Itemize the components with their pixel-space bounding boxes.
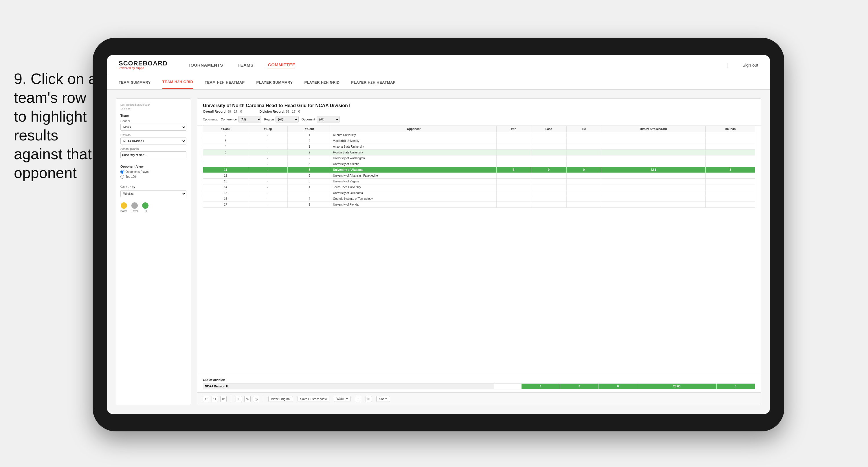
out-of-division: Out of division NCAA Division II 1 0	[197, 375, 761, 392]
instruction-text: 9. Click on a team's row to highlight re…	[14, 69, 98, 182]
legend-level: Level	[131, 202, 138, 212]
table-header-row: # Rank # Reg # Conf Opponent	[203, 126, 755, 132]
table-row[interactable]: 12-6University of Arkansas, Fayetteville	[203, 173, 755, 179]
gender-label: Gender	[120, 120, 186, 123]
nav-tournaments[interactable]: TOURNAMENTS	[188, 61, 223, 69]
table-row[interactable]: 14-1Texas Tech University	[203, 184, 755, 190]
toolbar-icon-3[interactable]: ◷	[253, 396, 259, 402]
division-select[interactable]: NCAA Division I	[120, 138, 186, 144]
gender-select[interactable]: Men's	[120, 124, 186, 130]
table-row[interactable]: 6-2Florida State University	[203, 150, 755, 155]
filter-row: Opponents: Conference (All) Region (All)	[203, 116, 755, 122]
col-tie: Tie	[567, 126, 601, 132]
opponents-filter-label: Opponents:	[203, 118, 218, 121]
sub-nav-player-h2h-grid[interactable]: PLAYER H2H GRID	[304, 75, 340, 89]
conference-filter: Conference (All)	[221, 116, 261, 122]
region-select[interactable]: (All)	[276, 116, 299, 122]
out-empty-1	[494, 384, 521, 389]
sign-out-button[interactable]: Sign out	[742, 62, 758, 67]
grid-table-container[interactable]: # Rank # Reg # Conf Opponent	[197, 126, 761, 375]
col-diff: Diff Av Strokes/Rnd	[601, 126, 706, 132]
table-row[interactable]: 16-4Georgia Institute of Technology	[203, 196, 755, 202]
col-rounds: Rounds	[706, 126, 755, 132]
region-filter: Region (All)	[264, 116, 299, 122]
redo-button[interactable]: ↪	[212, 396, 218, 402]
colour-by-title: Colour by	[120, 185, 186, 188]
opponent-select[interactable]: (All)	[317, 116, 340, 122]
toolbar-icon-4[interactable]: ⊡	[355, 396, 361, 402]
legend-level-circle	[131, 202, 138, 209]
sub-nav-player-h2h-heatmap[interactable]: PLAYER H2H HEATMAP	[351, 75, 395, 89]
opponent-filter: Opponent (All)	[302, 116, 340, 122]
col-loss: Loss	[531, 126, 567, 132]
refresh-button[interactable]: ⟳	[220, 396, 227, 402]
last-updated: Last Updated: 27/03/2024 16:55:38	[120, 103, 186, 110]
radio-opponents-played[interactable]: Opponents Played	[120, 170, 186, 174]
legend-down: Down	[120, 202, 127, 212]
left-panel: Last Updated: 27/03/2024 16:55:38 Team G…	[116, 98, 191, 405]
save-custom-button[interactable]: Save Custom View	[298, 396, 330, 402]
division-record: Division Record: 88 - 17 - 0	[259, 110, 300, 113]
out-division-label: NCAA Division II	[203, 384, 494, 389]
toolbar-divider-1	[231, 396, 231, 403]
right-panel: University of North Carolina Head-to-Hea…	[197, 98, 761, 405]
school-input[interactable]	[120, 151, 186, 158]
logo-text: SCOREBOARD	[119, 60, 167, 66]
table-row[interactable]: 4-1Arizona State University	[203, 144, 755, 150]
grid-table: # Rank # Reg # Conf Opponent	[203, 126, 755, 208]
bottom-toolbar: ↩ ↪ ⟳ ⊞ ✎ ◷ View: Original S	[197, 392, 761, 405]
conference-select[interactable]: (All)	[238, 116, 261, 122]
out-rounds: 3	[716, 384, 755, 389]
sub-nav-player-summary[interactable]: PLAYER SUMMARY	[256, 75, 292, 89]
out-win: 1	[521, 384, 560, 389]
tablet-frame: SCOREBOARD Powered by clippd TOURNAMENTS…	[93, 38, 784, 431]
radio-top-100[interactable]: Top 100	[120, 175, 186, 179]
division-label: Division	[120, 134, 186, 137]
out-diff: 26.00	[637, 384, 716, 389]
school-label: School (Rank)	[120, 147, 186, 150]
history-controls: ↩ ↪ ⟳	[203, 396, 227, 402]
col-opponent: Opponent	[331, 126, 496, 132]
opponent-view-options: Opponents Played Top 100	[120, 170, 186, 179]
table-row[interactable]: 9-3University of Arizona	[203, 161, 755, 167]
top-nav: SCOREBOARD Powered by clippd TOURNAMENTS…	[107, 55, 770, 75]
view-original-button[interactable]: View: Original	[268, 396, 293, 402]
grid-tbody: 2-1Auburn University3-2Vanderbilt Univer…	[203, 132, 755, 208]
watch-button[interactable]: Watch ▾	[334, 396, 350, 402]
table-row[interactable]: 2-1Auburn University	[203, 132, 755, 138]
tablet-screen: SCOREBOARD Powered by clippd TOURNAMENTS…	[107, 55, 770, 414]
table-row[interactable]: 3-2Vanderbilt University	[203, 138, 755, 144]
out-of-division-title: Out of division	[203, 378, 755, 382]
toolbar-icon-1[interactable]: ⊞	[236, 396, 242, 402]
table-row[interactable]: 8-2University of Washington	[203, 155, 755, 161]
logo-sub: Powered by clippd	[119, 66, 167, 70]
toolbar-icon-5[interactable]: ⊞	[366, 396, 372, 402]
nav-teams[interactable]: TEAMS	[238, 61, 253, 69]
sub-nav-team-summary[interactable]: TEAM SUMMARY	[119, 75, 151, 89]
table-row[interactable]: 15-2University of Oklahoma	[203, 190, 755, 196]
nav-committee[interactable]: COMMITTEE	[268, 61, 296, 69]
grid-records: Overall Record: 89 - 17 - 0 Division Rec…	[203, 110, 755, 113]
legend-down-circle	[121, 202, 127, 209]
nav-divider: |	[726, 62, 728, 68]
table-row[interactable]: 13-3University of Virginia	[203, 179, 755, 184]
undo-button[interactable]: ↩	[203, 396, 209, 402]
table-row[interactable]: 17-1University of Florida	[203, 202, 755, 208]
table-row[interactable]: 11-5University of Alabama3002.618	[203, 167, 755, 173]
share-button[interactable]: Share	[376, 396, 390, 402]
out-tie: 0	[598, 384, 637, 389]
legend-up: Up	[142, 202, 149, 212]
sub-nav-team-h2h-grid[interactable]: TEAM H2H GRID	[162, 75, 193, 89]
main-content: Last Updated: 27/03/2024 16:55:38 Team G…	[107, 90, 770, 414]
colour-by-select[interactable]: Win/loss	[120, 190, 186, 197]
legend-up-circle	[142, 202, 149, 209]
col-reg: # Reg	[248, 126, 288, 132]
sub-nav: TEAM SUMMARY TEAM H2H GRID TEAM H2H HEAT…	[107, 75, 770, 90]
sub-nav-team-h2h-heatmap[interactable]: TEAM H2H HEATMAP	[205, 75, 245, 89]
extra-controls: ⊞ ✎ ◷	[236, 396, 259, 402]
out-of-division-row[interactable]: NCAA Division II 1 0 0	[203, 384, 755, 389]
toolbar-icon-2[interactable]: ✎	[244, 396, 251, 402]
out-loss: 0	[560, 384, 598, 389]
grid-header: University of North Carolina Head-to-Hea…	[197, 99, 761, 126]
legend-row: Down Level Up	[120, 202, 186, 212]
